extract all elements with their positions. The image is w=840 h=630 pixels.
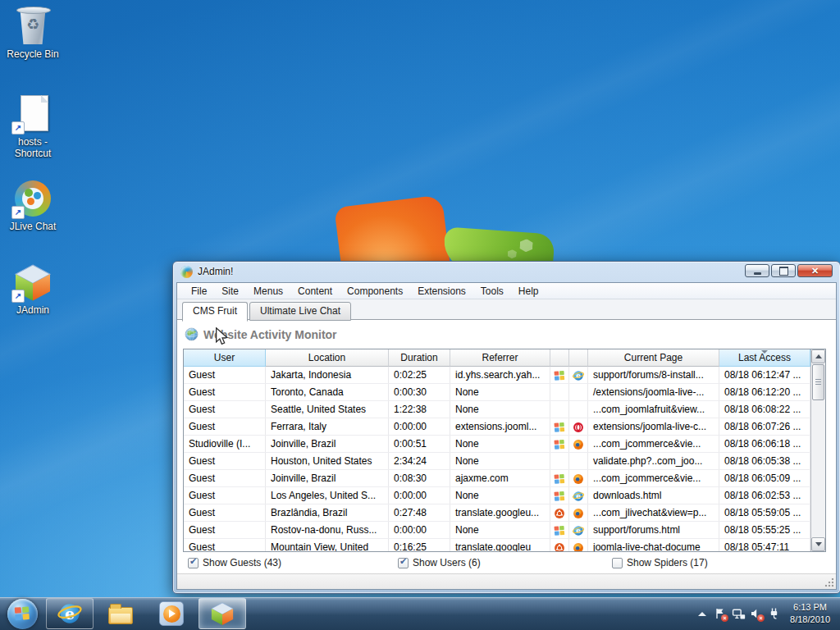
checkbox[interactable]	[612, 558, 623, 568]
cell-duration: 0:08:30	[389, 470, 450, 486]
scroll-up-button[interactable]	[811, 349, 825, 363]
taskbar: e ×	[0, 597, 840, 630]
checkbox[interactable]	[398, 558, 409, 568]
cell-duration: 0:16:25	[389, 539, 450, 551]
taskbar-clock[interactable]: 6:13 PM 8/18/2010	[790, 601, 830, 626]
menu-components[interactable]: Components	[340, 284, 410, 299]
app-ball-icon	[180, 266, 193, 278]
start-button[interactable]	[0, 597, 44, 630]
table-row[interactable]: GuestFerrara, Italy0:00:00extensions.joo…	[184, 418, 810, 436]
cell-referrer: translate.googleu	[450, 539, 550, 551]
menu-file[interactable]: File	[184, 284, 214, 299]
taskbar-button-media-player[interactable]	[148, 598, 195, 629]
cell-page: ...com_jcommerce&vie...	[588, 436, 719, 452]
checkbox[interactable]	[188, 558, 199, 568]
windows-icon	[550, 418, 569, 435]
wallpaper-hexagon	[507, 249, 517, 259]
chevron-up-icon	[698, 612, 706, 616]
table-row[interactable]: GuestMountain View, United0:16:25transla…	[184, 539, 810, 551]
column-header-location[interactable]: Location	[266, 349, 389, 367]
table-row[interactable]: GuestBrazlândia, Brazil0:27:48translate.…	[184, 504, 810, 522]
cell-last: 08/18 05:55:25 ...	[719, 522, 810, 538]
menu-menus[interactable]: Menus	[246, 284, 290, 299]
tab-strip: CMS Fruit Ultimate Live Chat	[182, 301, 353, 321]
taskbar-button-jadmin[interactable]	[199, 598, 246, 629]
cell-location: Ferrara, Italy	[266, 418, 389, 435]
column-header-icon-5[interactable]	[569, 349, 588, 367]
taskbar-button-windows-explorer[interactable]	[97, 598, 144, 629]
cell-page: ...com_joomlafruit&view...	[588, 401, 719, 418]
cell-last: 08/18 06:02:53 ...	[719, 487, 810, 504]
document-icon: ↗	[13, 94, 52, 134]
cell-page: /extensions/joomla-live-...	[588, 384, 719, 400]
empty-icon-cell	[550, 384, 569, 400]
table-row[interactable]: Studioville (I...Joinville, Brazil0:00:5…	[184, 436, 810, 453]
desktop-icon-hosts-shortcut[interactable]: ↗ hosts - Shortcut	[2, 94, 64, 160]
desktop-icon-jlive-chat[interactable]: ↗ JLive Chat	[2, 179, 64, 232]
window-title: JAdmin!	[198, 266, 233, 277]
menu-content[interactable]: Content	[290, 284, 340, 299]
table-row[interactable]: GuestJakarta, Indonesia0:02:25id.yhs.sea…	[184, 367, 810, 384]
table-row[interactable]: GuestToronto, Canada0:00:30None/extensio…	[184, 384, 810, 401]
desktop-icon-jadmin[interactable]: ↗ JAdmin	[2, 262, 64, 316]
tab-cms-fruit[interactable]: CMS Fruit	[182, 302, 248, 322]
cell-location: Jakarta, Indonesia	[266, 367, 389, 383]
column-header-last-access[interactable]: Last Access	[719, 349, 810, 367]
vertical-scrollbar[interactable]	[810, 349, 825, 551]
desktop-icon-recycle-bin[interactable]: Recycle Bin	[2, 7, 64, 60]
recycle-bin-icon	[13, 7, 52, 46]
table-row[interactable]: GuestRostov-na-donu, Russ...0:00:00Nonee…	[184, 522, 810, 539]
filter-show-guests[interactable]: Show Guests (43)	[188, 557, 281, 568]
cell-referrer: None	[450, 487, 550, 504]
column-header-icon-4[interactable]	[550, 349, 569, 367]
menu-extensions[interactable]: Extensions	[410, 284, 473, 299]
resize-grip[interactable]	[824, 578, 834, 587]
jadmin-window: JAdmin! ✕ FileSiteMenusContentComponents…	[172, 261, 840, 594]
tab-ultimate-live-chat[interactable]: Ultimate Live Chat	[249, 302, 351, 321]
cell-page: downloads.html	[588, 487, 719, 504]
scroll-down-button[interactable]	[811, 537, 825, 551]
filter-show-spiders[interactable]: Show Spiders (17)	[612, 557, 708, 568]
cell-location: Brazlândia, Brazil	[266, 504, 389, 521]
ubuntu-icon	[550, 539, 569, 551]
table-row[interactable]: GuestJoinville, Brazil0:08:30ajaxme.com.…	[184, 470, 810, 487]
network-icon[interactable]	[729, 597, 747, 630]
table-row[interactable]: GuestHouston, United States2:34:24Noneva…	[184, 453, 810, 470]
empty-icon-cell	[569, 401, 588, 418]
cell-referrer: None	[450, 453, 550, 469]
windows-icon	[550, 436, 569, 452]
checkbox-label: Show Spiders (17)	[627, 557, 708, 568]
cell-referrer: None	[450, 401, 550, 418]
menu-tools[interactable]: Tools	[473, 284, 511, 299]
cell-duration: 0:00:30	[389, 384, 450, 400]
table-row[interactable]: GuestLos Angeles, United S...0:00:00None…	[184, 487, 810, 504]
show-hidden-icons-button[interactable]	[693, 597, 711, 630]
cell-user: Guest	[184, 401, 266, 418]
cell-page: ...com_jlivechat&view=p...	[588, 504, 719, 521]
cell-referrer: None	[450, 522, 550, 538]
column-header-user[interactable]: User	[184, 349, 266, 367]
title-bar[interactable]: JAdmin! ✕	[173, 262, 840, 281]
cell-referrer: None	[450, 384, 550, 400]
menu-help[interactable]: Help	[511, 284, 546, 299]
cell-duration: 0:27:48	[389, 504, 450, 521]
desktop-icon-label: JAdmin	[2, 304, 64, 316]
filter-show-users[interactable]: Show Users (6)	[398, 557, 481, 568]
table-header-row: UserLocationDurationReferrerCurrent Page…	[184, 349, 810, 367]
cell-page: joomla-live-chat-docume	[588, 539, 719, 551]
power-plug-icon[interactable]	[765, 597, 783, 630]
taskbar-button-internet-explorer[interactable]: e	[46, 598, 94, 629]
column-header-referrer[interactable]: Referrer	[450, 349, 550, 367]
cell-page: support/forums/8-install...	[588, 367, 719, 383]
action-center-icon[interactable]: ×	[711, 597, 729, 630]
minimize-button[interactable]	[745, 264, 769, 277]
cell-referrer: extensions.jooml...	[450, 418, 550, 435]
column-header-duration[interactable]: Duration	[389, 349, 450, 367]
scrollbar-thumb[interactable]	[812, 364, 824, 400]
close-button[interactable]: ✕	[797, 264, 833, 277]
volume-muted-icon[interactable]: ×	[747, 597, 765, 630]
maximize-button[interactable]	[771, 264, 796, 277]
table-row[interactable]: GuestSeattle, United States1:22:38None..…	[184, 401, 810, 418]
menu-site[interactable]: Site	[214, 284, 246, 299]
column-header-current-page[interactable]: Current Page	[588, 349, 719, 367]
